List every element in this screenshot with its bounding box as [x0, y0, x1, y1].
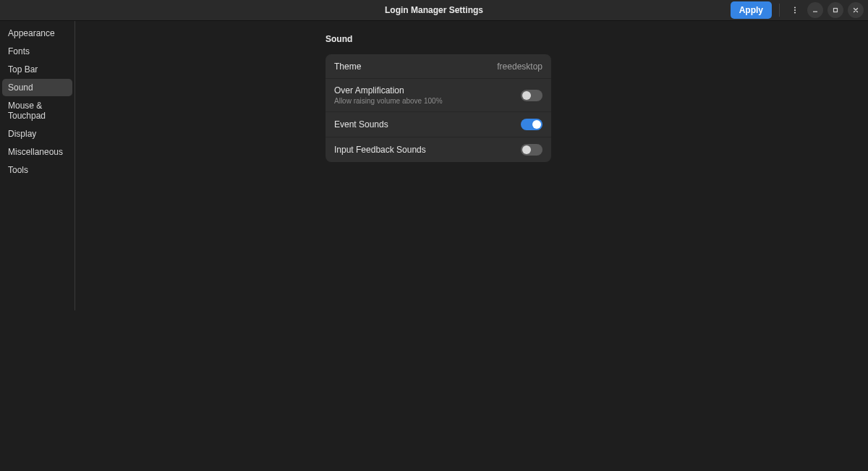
- sidebar-item-top-bar[interactable]: Top Bar: [2, 61, 72, 78]
- maximize-button[interactable]: [827, 2, 843, 18]
- row-labels: Over Amplification Allow raising volume …: [334, 85, 521, 105]
- section-title: Sound: [326, 34, 551, 44]
- title-bar: Login Manager Settings Apply: [0, 0, 868, 21]
- event-sounds-switch[interactable]: [521, 119, 542, 130]
- maximize-icon: [832, 7, 839, 14]
- sidebar-item-miscellaneous[interactable]: Miscellaneous: [2, 143, 72, 161]
- close-button[interactable]: [848, 2, 864, 18]
- menu-button[interactable]: [787, 2, 803, 18]
- row-labels: Theme: [334, 61, 497, 72]
- body: Appearance Fonts Top Bar Sound Mouse & T…: [0, 21, 868, 471]
- switch-knob: [522, 145, 531, 154]
- sidebar-item-sound[interactable]: Sound: [2, 79, 72, 96]
- theme-value: freedesktop: [497, 61, 542, 72]
- row-title: Theme: [334, 61, 497, 72]
- row-labels: Input Feedback Sounds: [334, 145, 521, 155]
- row-theme[interactable]: Theme freedesktop: [326, 54, 551, 79]
- separator: [779, 4, 780, 17]
- sidebar-item-fonts[interactable]: Fonts: [2, 43, 72, 60]
- header-actions: Apply: [731, 1, 868, 19]
- switch-knob: [522, 91, 531, 100]
- svg-rect-3: [813, 12, 817, 12]
- row-title: Event Sounds: [334, 119, 521, 130]
- sidebar-item-appearance[interactable]: Appearance: [2, 25, 72, 42]
- sidebar: Appearance Fonts Top Bar Sound Mouse & T…: [0, 21, 75, 310]
- row-title: Input Feedback Sounds: [334, 145, 521, 155]
- row-input-feedback: Input Feedback Sounds: [326, 137, 551, 162]
- svg-point-1: [794, 9, 796, 11]
- minimize-button[interactable]: [807, 2, 823, 18]
- row-title: Over Amplification: [334, 85, 521, 96]
- kebab-icon: [791, 6, 799, 14]
- svg-rect-4: [834, 9, 838, 12]
- minimize-icon: [812, 7, 819, 14]
- svg-point-2: [794, 12, 796, 13]
- close-icon: [852, 7, 859, 14]
- sidebar-item-tools[interactable]: Tools: [2, 161, 72, 179]
- input-feedback-switch[interactable]: [521, 144, 542, 156]
- row-labels: Event Sounds: [334, 119, 521, 130]
- sidebar-item-mouse-touchpad[interactable]: Mouse & Touchpad: [2, 97, 72, 124]
- sidebar-item-display[interactable]: Display: [2, 125, 72, 143]
- window-title: Login Manager Settings: [385, 5, 483, 15]
- row-event-sounds: Event Sounds: [326, 112, 551, 137]
- svg-point-0: [794, 7, 796, 8]
- over-amplification-switch[interactable]: [521, 90, 542, 101]
- row-over-amplification: Over Amplification Allow raising volume …: [326, 79, 551, 112]
- apply-button[interactable]: Apply: [731, 1, 772, 19]
- row-subtitle: Allow raising volume above 100%: [334, 97, 521, 105]
- switch-knob: [532, 120, 541, 129]
- content-area: Sound Theme freedesktop Over Amplificati…: [75, 21, 868, 471]
- prefs-group: Theme freedesktop Over Amplification All…: [326, 54, 551, 162]
- settings-panel: Sound Theme freedesktop Over Amplificati…: [326, 34, 551, 471]
